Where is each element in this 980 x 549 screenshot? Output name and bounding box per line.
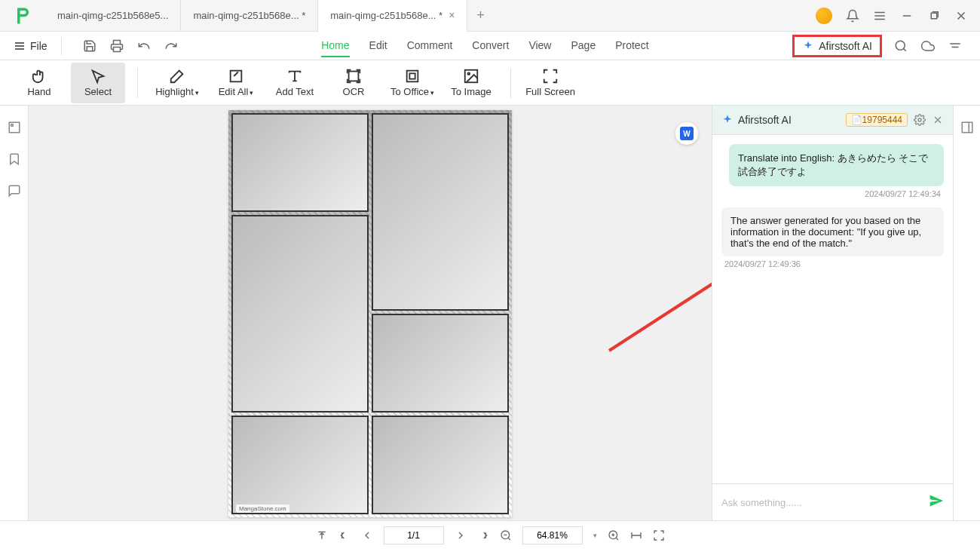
file-menu[interactable]: File bbox=[6, 37, 55, 55]
ai-panel-header: Afirstsoft AI 📄19795444 bbox=[712, 106, 953, 135]
tab-convert[interactable]: Convert bbox=[472, 35, 509, 57]
manga-page bbox=[228, 110, 512, 517]
tool-label: OCR bbox=[343, 86, 365, 97]
thumbnails-icon[interactable] bbox=[8, 121, 21, 134]
scroll-top-icon[interactable] bbox=[316, 529, 328, 541]
user-message-time: 2024/09/27 12:49:34 bbox=[721, 189, 944, 198]
separator bbox=[510, 68, 511, 98]
svg-point-2 bbox=[896, 41, 905, 50]
new-tab-button[interactable]: + bbox=[467, 0, 494, 31]
cloud-icon[interactable] bbox=[921, 39, 935, 53]
credits-badge[interactable]: 📄19795444 bbox=[846, 113, 908, 127]
comment-icon[interactable] bbox=[8, 184, 21, 198]
ai-chat-body: Translate into English: あきらめたら そこで試合終了です… bbox=[712, 135, 953, 483]
tab-comment[interactable]: Comment bbox=[407, 35, 453, 57]
svg-point-8 bbox=[467, 72, 470, 75]
highlight-icon bbox=[169, 68, 185, 84]
add-text-tool[interactable]: Add Text bbox=[268, 63, 322, 103]
manga-panel bbox=[372, 113, 509, 311]
zoom-out-icon[interactable] bbox=[500, 529, 512, 541]
ai-input-row bbox=[712, 483, 953, 520]
tab-strip: main-qimg-c251b568e5... main-qimg-c251b5… bbox=[45, 0, 804, 31]
close-icon[interactable] bbox=[932, 114, 944, 126]
to-office-tool[interactable]: To Office bbox=[385, 63, 439, 103]
manga-panel bbox=[231, 113, 369, 212]
svg-point-12 bbox=[918, 118, 921, 121]
page-number-input[interactable] bbox=[384, 526, 444, 544]
hamburger-icon[interactable] bbox=[873, 9, 887, 23]
tool-label: To Image bbox=[451, 86, 491, 97]
tool-label: Add Text bbox=[276, 86, 314, 97]
svg-rect-6 bbox=[409, 73, 415, 78]
text-icon bbox=[286, 68, 303, 84]
cursor-icon bbox=[90, 68, 106, 84]
undo-icon[interactable] bbox=[137, 39, 151, 53]
svg-point-10 bbox=[11, 124, 13, 127]
ai-button-label: Afirstsoft AI bbox=[819, 40, 872, 52]
send-icon bbox=[929, 493, 944, 508]
tab-2[interactable]: main-qimg-c251b568e... *× bbox=[318, 0, 467, 32]
svg-line-11 bbox=[609, 268, 712, 351]
tab-protect[interactable]: Protect bbox=[615, 35, 648, 57]
svg-rect-3 bbox=[231, 71, 242, 82]
svg-rect-4 bbox=[349, 72, 359, 81]
tab-edit[interactable]: Edit bbox=[369, 35, 387, 57]
avatar[interactable] bbox=[816, 8, 832, 24]
first-page-icon[interactable] bbox=[338, 529, 351, 541]
office-icon bbox=[404, 68, 421, 84]
fullscreen-icon bbox=[542, 68, 559, 84]
sparkle-icon bbox=[802, 40, 814, 52]
zoom-input[interactable] bbox=[522, 526, 583, 544]
tab-page[interactable]: Page bbox=[571, 35, 596, 57]
fit-width-icon[interactable] bbox=[630, 529, 642, 541]
to-image-tool[interactable]: To Image bbox=[444, 63, 498, 103]
ocr-tool[interactable]: OCR bbox=[326, 63, 381, 103]
zoom-dropdown[interactable]: ▾ bbox=[593, 532, 597, 539]
close-icon[interactable]: × bbox=[449, 9, 455, 21]
tab-view[interactable]: View bbox=[528, 35, 551, 57]
manga-panel bbox=[231, 215, 369, 413]
full-screen-tool[interactable]: Full Screen bbox=[523, 63, 577, 103]
minimize-icon[interactable] bbox=[900, 9, 914, 23]
close-window-icon[interactable] bbox=[954, 9, 968, 23]
save-icon[interactable] bbox=[83, 39, 96, 53]
prev-page-icon[interactable] bbox=[361, 529, 373, 541]
tab-home[interactable]: Home bbox=[321, 35, 349, 57]
manga-panel bbox=[372, 416, 509, 514]
search-icon[interactable] bbox=[894, 39, 908, 53]
send-button[interactable] bbox=[929, 493, 944, 511]
gear-icon[interactable] bbox=[914, 114, 926, 126]
tab-label: main-qimg-c251b568e... * bbox=[193, 10, 305, 21]
bookmark-icon[interactable] bbox=[8, 152, 21, 166]
hand-tool[interactable]: Hand bbox=[12, 63, 66, 103]
bell-icon[interactable] bbox=[846, 9, 859, 23]
tab-1[interactable]: main-qimg-c251b568e... * bbox=[181, 0, 318, 31]
last-page-icon[interactable] bbox=[477, 529, 489, 541]
convert-to-word-badge[interactable]: W bbox=[675, 122, 698, 145]
status-bar: ▾ bbox=[0, 520, 980, 549]
ai-message: The answer generated for you based on th… bbox=[721, 207, 944, 256]
fit-page-icon[interactable] bbox=[653, 529, 665, 541]
zoom-in-icon[interactable] bbox=[608, 529, 620, 541]
ai-title-text: Afirstsoft AI bbox=[738, 114, 792, 126]
panel-toggle-icon[interactable] bbox=[960, 121, 974, 134]
highlight-tool[interactable]: Highlight bbox=[150, 63, 204, 103]
menu-right bbox=[894, 39, 974, 53]
next-page-icon[interactable] bbox=[455, 529, 467, 541]
select-tool[interactable]: Select bbox=[71, 63, 125, 103]
document-viewport[interactable]: MangaStone.com W bbox=[29, 106, 712, 520]
options-icon[interactable] bbox=[948, 39, 962, 53]
tab-0[interactable]: main-qimg-c251b568e5... bbox=[45, 0, 181, 31]
ai-input[interactable] bbox=[721, 497, 929, 508]
restore-icon[interactable] bbox=[927, 9, 941, 23]
edit-all-tool[interactable]: Edit All bbox=[209, 63, 263, 103]
svg-rect-1 bbox=[113, 47, 120, 51]
credits-value: 19795444 bbox=[862, 115, 902, 125]
afirstsoft-ai-button[interactable]: Afirstsoft AI bbox=[792, 35, 882, 57]
redo-icon[interactable] bbox=[164, 39, 178, 53]
separator bbox=[61, 37, 62, 55]
svg-rect-13 bbox=[962, 122, 972, 133]
print-icon[interactable] bbox=[110, 39, 124, 53]
tool-label: Edit All bbox=[219, 86, 254, 97]
tool-label: Select bbox=[84, 86, 112, 97]
